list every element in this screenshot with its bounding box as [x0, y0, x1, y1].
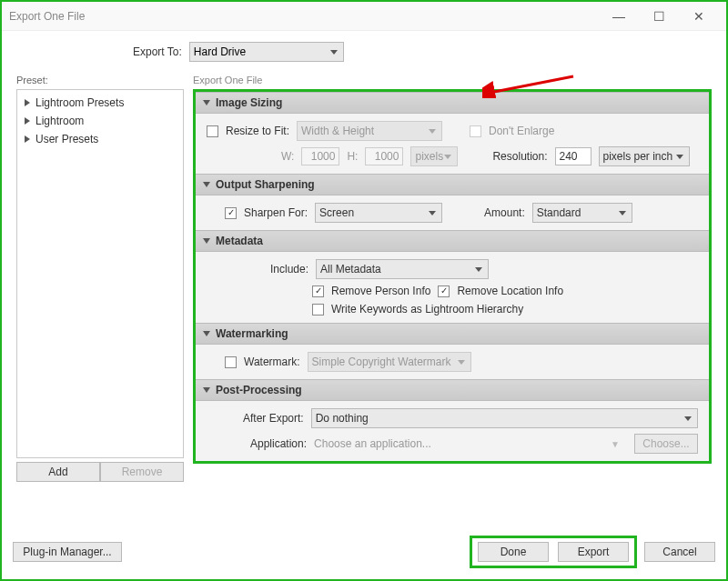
panel-body-image-sizing: Resize to Fit: Width & Height Don't Enla… [196, 114, 709, 174]
height-input: 1000 [365, 147, 403, 165]
panel-header-metadata[interactable]: Metadata [196, 230, 709, 252]
application-label: Application: [250, 437, 307, 450]
panel-image-sizing: Image Sizing Resize to Fit: Width & Heig… [196, 92, 709, 174]
titlebar: Export One File — ☐ ✕ [2, 2, 726, 31]
after-export-label: After Export: [243, 412, 304, 425]
panel-body-output-sharpening: Sharpen For: Screen Amount: Standard [196, 195, 709, 230]
resize-to-fit-checkbox[interactable] [207, 125, 218, 137]
include-select[interactable]: All Metadata [316, 259, 489, 279]
preset-buttons: Add Remove [16, 462, 184, 482]
export-to-value: Hard Drive [194, 45, 246, 58]
preset-lightroom-presets[interactable]: Lightroom Presets [23, 94, 177, 112]
window-title: Export One File [9, 10, 85, 23]
panel-body-watermarking: Watermark: Simple Copyright Watermark [196, 345, 709, 379]
export-to-label: Export To: [133, 45, 182, 58]
chevron-down-icon [203, 238, 210, 244]
dialog-body: Export To: Hard Drive Preset: Lightroom … [2, 31, 726, 491]
chevron-down-icon [203, 331, 210, 336]
panel-header-post-processing[interactable]: Post-Processing [196, 379, 709, 401]
unit-select: pixels [410, 146, 458, 166]
sharpen-for-checkbox[interactable] [225, 207, 237, 219]
maximize-button[interactable]: ☐ [639, 4, 679, 29]
panel-header-image-sizing[interactable]: Image Sizing [196, 92, 709, 114]
bottom-bar: Plug-in Manager... Done Export Cancel [13, 536, 715, 568]
amount-select[interactable]: Standard [532, 203, 632, 223]
choose-application-button: Choose... [634, 434, 698, 454]
amount-label: Amount: [484, 206, 525, 219]
settings-panels: Image Sizing Resize to Fit: Width & Heig… [193, 89, 712, 464]
chevron-down-icon [203, 387, 210, 393]
width-input: 1000 [301, 147, 339, 165]
columns: Preset: Lightroom Presets Lightroom User… [16, 75, 712, 482]
export-to-select[interactable]: Hard Drive [189, 42, 344, 62]
panel-watermarking: Watermarking Watermark: Simple Copyright… [196, 323, 709, 379]
panel-output-sharpening: Output Sharpening Sharpen For: Screen Am… [196, 174, 709, 230]
resolution-input[interactable]: 240 [555, 147, 592, 165]
include-label: Include: [270, 263, 308, 275]
settings-label: Export One File [193, 75, 712, 85]
preset-lightroom[interactable]: Lightroom [23, 112, 177, 130]
dont-enlarge-label: Don't Enlarge [489, 125, 554, 137]
remove-preset-button: Remove [100, 462, 184, 482]
remove-location-label: Remove Location Info [457, 285, 563, 297]
chevron-down-icon [203, 182, 210, 187]
expand-icon [25, 117, 30, 125]
export-dialog: Export One File — ☐ ✕ Export To: Hard Dr… [0, 0, 728, 581]
minimize-button[interactable]: — [599, 4, 639, 29]
preset-user-presets[interactable]: User Presets [23, 130, 177, 148]
write-keywords-label: Write Keywords as Lightroom Hierarchy [331, 303, 523, 316]
application-placeholder: Choose an application... [314, 437, 603, 450]
remove-person-label: Remove Person Info [331, 285, 430, 297]
resolution-unit-select[interactable]: pixels per inch [599, 146, 690, 166]
write-keywords-checkbox[interactable] [312, 304, 324, 316]
remove-person-checkbox[interactable] [312, 285, 324, 297]
sharpen-for-select[interactable]: Screen [315, 203, 442, 223]
panel-body-metadata: Include: All Metadata Remove Person Info… [196, 252, 709, 323]
preset-list[interactable]: Lightroom Presets Lightroom User Presets [16, 89, 184, 458]
panel-header-output-sharpening[interactable]: Output Sharpening [196, 174, 709, 195]
h-label: H: [347, 150, 358, 163]
cancel-button[interactable]: Cancel [644, 542, 715, 562]
panel-body-post-processing: After Export: Do nothing Application: Ch… [196, 401, 709, 461]
expand-icon [25, 135, 30, 143]
chevron-down-icon [203, 100, 210, 105]
sharpen-for-label: Sharpen For: [244, 206, 308, 219]
resize-to-fit-label: Resize to Fit: [226, 125, 289, 137]
chevron-down-icon: ▼ [611, 439, 620, 449]
panel-header-watermarking[interactable]: Watermarking [196, 323, 709, 345]
panel-metadata: Metadata Include: All Metadata Remove Pe… [196, 230, 709, 323]
done-button[interactable]: Done [478, 542, 549, 562]
export-button[interactable]: Export [558, 542, 629, 562]
dont-enlarge-checkbox [470, 125, 481, 137]
remove-location-checkbox[interactable] [438, 285, 450, 297]
window-controls: — ☐ ✕ [599, 4, 719, 29]
close-button[interactable]: ✕ [679, 4, 719, 29]
w-label: W: [281, 150, 294, 163]
watermark-select: Simple Copyright Watermark [308, 352, 471, 372]
watermark-label: Watermark: [244, 356, 300, 368]
watermark-checkbox[interactable] [225, 356, 237, 368]
expand-icon [25, 99, 30, 106]
preset-label: Preset: [16, 75, 184, 85]
after-export-select[interactable]: Do nothing [311, 408, 698, 428]
resize-mode-select: Width & Height [297, 121, 442, 141]
export-to-row: Export To: Hard Drive [133, 42, 712, 62]
add-preset-button[interactable]: Add [16, 462, 100, 482]
annotation-highlight: Done Export [470, 536, 637, 568]
panel-post-processing: Post-Processing After Export: Do nothing… [196, 379, 709, 461]
resolution-label: Resolution: [492, 150, 547, 163]
plugin-manager-button[interactable]: Plug-in Manager... [13, 542, 122, 562]
settings-column: Export One File Image Sizing Resize to F… [193, 75, 712, 482]
bottom-right-buttons: Done Export Cancel [470, 536, 715, 568]
preset-column: Preset: Lightroom Presets Lightroom User… [16, 75, 184, 482]
